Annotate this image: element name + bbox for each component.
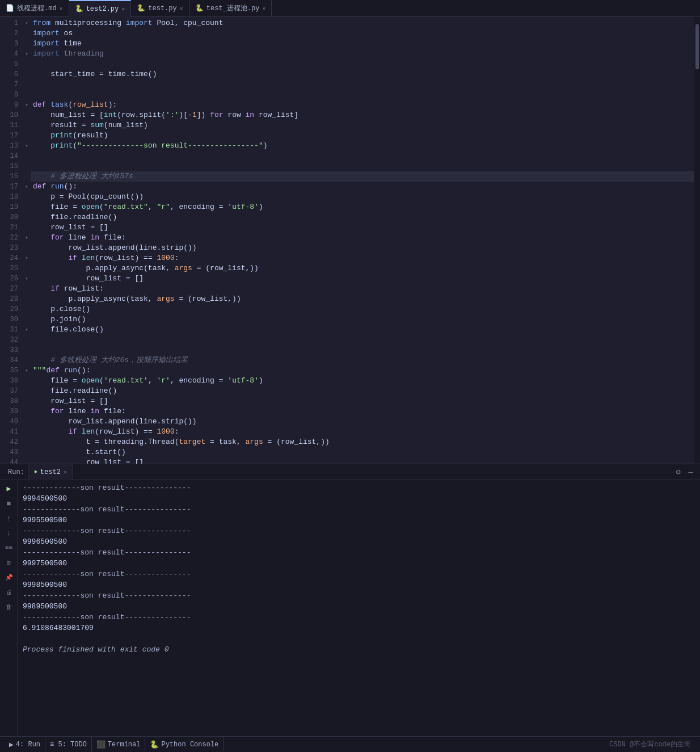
python-icon: 🐍	[150, 740, 159, 749]
code-line[interactable]: p.close()	[31, 304, 694, 314]
run-stop-button[interactable]: ■	[3, 497, 15, 510]
tab-bar: 📄 线程进程.md ✕ 🐍 test2.py ✕ 🐍 test.py ✕ 🐍 t…	[0, 0, 700, 17]
code-line[interactable]: t.start()	[31, 447, 694, 457]
console-line: 6.91086483001709	[23, 623, 695, 633]
tab-test[interactable]: 🐍 test.py ✕	[131, 0, 189, 17]
minimize-button[interactable]: —	[686, 467, 695, 478]
gutter-item[interactable]: ▾	[23, 141, 31, 151]
gutter-item[interactable]: ▾	[23, 182, 31, 192]
gutter-item[interactable]: ▾	[23, 325, 31, 335]
code-line[interactable]: t = threading.Thread(target = task, args…	[31, 437, 694, 447]
code-line[interactable]: from multiprocessing import Pool, cpu_co…	[31, 18, 694, 28]
gutter-item	[23, 314, 31, 325]
code-line[interactable]: print("--------------son result---------…	[31, 141, 694, 151]
run-pin-button[interactable]: 📌	[3, 571, 15, 583]
code-line[interactable]: for line in file:	[31, 233, 694, 243]
run-list-button[interactable]: ≡≡	[3, 541, 15, 554]
code-line[interactable]: file = open('read.txt', 'r', encoding = …	[31, 376, 694, 386]
line-number: 13	[0, 141, 18, 151]
console-line: 9997500500	[23, 558, 695, 569]
status-run-label: 4: Run	[16, 741, 40, 749]
code-line[interactable]	[31, 151, 694, 161]
code-line[interactable]: """def run():	[31, 366, 694, 376]
code-line[interactable]: for line in file:	[31, 406, 694, 417]
code-line[interactable]: import time	[31, 39, 694, 49]
code-line[interactable]: p.apply_async(task, args = (row_list,))	[31, 294, 694, 304]
run-grid-button[interactable]: ⊞	[3, 556, 15, 569]
line-number: 40	[0, 417, 18, 427]
tab-test-close[interactable]: ✕	[180, 5, 183, 12]
gutter-item	[23, 447, 31, 457]
line-number: 41	[0, 427, 18, 437]
code-line[interactable]: row_list.append(line.strip())	[31, 417, 694, 427]
code-line[interactable]: print(result)	[31, 131, 694, 141]
code-line[interactable]: # 多线程处理 大约26s，按顺序输出结果	[31, 355, 694, 366]
gutter-item[interactable]: ▾	[23, 18, 31, 28]
code-line[interactable]	[31, 161, 694, 171]
gutter-item	[23, 171, 31, 182]
code-line[interactable]: row_list.append(line.strip())	[31, 243, 694, 253]
code-line[interactable]	[31, 59, 694, 69]
code-line[interactable]: def run():	[31, 182, 694, 192]
run-tab-close[interactable]: ✕	[64, 469, 67, 476]
code-line[interactable]: row_list = []	[31, 457, 694, 464]
gutter-item[interactable]: ▾	[23, 366, 31, 376]
code-line[interactable]	[31, 90, 694, 100]
code-lines[interactable]: from multiprocessing import Pool, cpu_co…	[31, 17, 694, 464]
code-line[interactable]: # 多进程处理 大约157s	[31, 171, 694, 182]
code-line[interactable]: p.join()	[31, 314, 694, 325]
code-line[interactable]	[31, 345, 694, 355]
gutter-item	[23, 263, 31, 274]
code-line[interactable]: row_list = []	[31, 274, 694, 284]
line-number: 11	[0, 120, 18, 131]
gutter-item[interactable]: ▾	[23, 274, 31, 284]
code-line[interactable]: num_list = [int(row.split(':')[-1]) for …	[31, 110, 694, 120]
code-line[interactable]: start_time = time.time()	[31, 69, 694, 79]
tab-test2-close[interactable]: ✕	[121, 6, 125, 12]
status-terminal[interactable]: ⬛ Terminal	[92, 737, 146, 753]
code-line[interactable]: import os	[31, 28, 694, 39]
run-print-button[interactable]: 🖨	[3, 586, 15, 598]
status-python-console[interactable]: 🐍 Python Console	[145, 737, 224, 753]
code-line[interactable]: p = Pool(cpu_count())	[31, 192, 694, 202]
gutter-item[interactable]: ▾	[23, 49, 31, 59]
run-play-button[interactable]: ▶	[3, 482, 15, 495]
tab-test-pool[interactable]: 🐍 test_进程池.py ✕	[189, 0, 272, 17]
run-down-button[interactable]: ↓	[3, 527, 15, 539]
code-line[interactable]: if row_list:	[31, 284, 694, 294]
code-line[interactable]: def task(row_list):	[31, 100, 694, 110]
code-line[interactable]: import threading	[31, 49, 694, 59]
editor-scrollbar[interactable]	[694, 17, 700, 464]
code-line[interactable]	[31, 335, 694, 345]
settings-button[interactable]: ⚙	[673, 466, 682, 478]
py-icon-3: 🐍	[195, 4, 204, 12]
status-todo[interactable]: ≡ 5: TODO	[45, 737, 92, 753]
gutter-item[interactable]: ▾	[23, 233, 31, 243]
code-line[interactable]: file = open("read.txt", "r", encoding = …	[31, 202, 694, 212]
code-line[interactable]: result = sum(num_list)	[31, 120, 694, 131]
tab-pool-close[interactable]: ✕	[262, 5, 265, 12]
code-line[interactable]: file.readline()	[31, 386, 694, 396]
run-trash-button[interactable]: 🗑	[3, 600, 15, 613]
line-number: 37	[0, 386, 18, 396]
code-line[interactable]: file.readline()	[31, 212, 694, 222]
gutter-item	[23, 28, 31, 39]
code-line[interactable]: p.apply_async(task, args = (row_list,))	[31, 263, 694, 274]
run-tab-test2[interactable]: ● test2 ✕	[28, 464, 73, 480]
tab-pool-label: test_进程池.py	[206, 3, 260, 13]
tab-test2[interactable]: 🐍 test2.py ✕	[69, 0, 132, 17]
tab-md-close[interactable]: ✕	[60, 5, 63, 12]
status-run[interactable]: ▶ 4: Run	[5, 737, 45, 753]
code-line[interactable]: file.close()	[31, 325, 694, 335]
code-line[interactable]	[31, 79, 694, 90]
tab-md[interactable]: 📄 线程进程.md ✕	[0, 0, 69, 17]
code-line[interactable]: row_list = []	[31, 222, 694, 233]
line-number: 18	[0, 192, 18, 202]
code-line[interactable]: row_list = []	[31, 396, 694, 406]
gutter-item[interactable]: ▾	[23, 100, 31, 110]
gutter-item[interactable]: ▾	[23, 253, 31, 263]
run-up-button[interactable]: ↑	[3, 512, 15, 524]
scrollbar-thumb[interactable]	[695, 24, 699, 69]
code-line[interactable]: if len(row_list) == 1000:	[31, 427, 694, 437]
code-line[interactable]: if len(row_list) == 1000:	[31, 253, 694, 263]
